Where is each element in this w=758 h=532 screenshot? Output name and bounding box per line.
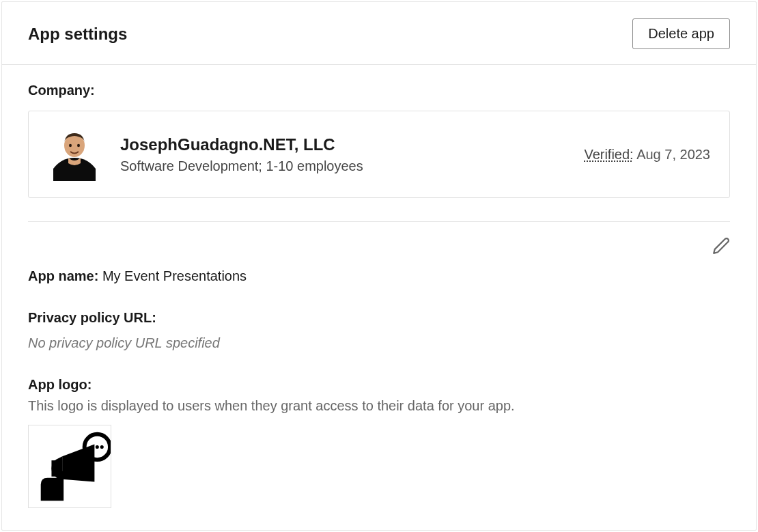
app-settings-panel: App settings Delete app Company: JosephG… (1, 1, 757, 531)
company-verified: Verified: Aug 7, 2023 (584, 147, 710, 163)
panel-header: App settings Delete app (2, 2, 756, 65)
company-info: JosephGuadagno.NET, LLC Software Develop… (120, 135, 565, 174)
app-logo-preview (28, 425, 111, 508)
app-logo-row: App logo: (28, 377, 730, 393)
app-name-label: App name: (28, 268, 98, 283)
privacy-policy-row: Privacy policy URL: (28, 310, 730, 326)
app-name-row: App name: My Event Presentations (28, 268, 730, 284)
verified-label: Verified: (584, 147, 633, 162)
app-name-value: My Event Presentations (102, 268, 247, 283)
privacy-policy-label: Privacy policy URL: (28, 310, 156, 325)
app-logo-helper: This logo is displayed to users when the… (28, 398, 730, 414)
svg-point-8 (91, 445, 94, 449)
svg-point-10 (100, 445, 104, 449)
company-card[interactable]: JosephGuadagno.NET, LLC Software Develop… (28, 111, 730, 198)
svg-point-3 (77, 144, 80, 147)
panel-content: Company: JosephGuadagno.NET, LLC Softwar… (2, 65, 756, 522)
company-description: Software Development; 1-10 employees (120, 158, 565, 174)
app-logo-label: App logo: (28, 377, 92, 392)
privacy-policy-empty: No privacy policy URL specified (28, 335, 730, 351)
page-title: App settings (28, 25, 127, 44)
edit-icon[interactable] (712, 237, 730, 255)
app-details: App name: My Event Presentations Privacy… (28, 222, 730, 508)
svg-point-9 (96, 445, 99, 449)
svg-point-2 (69, 144, 72, 147)
delete-app-button[interactable]: Delete app (632, 18, 730, 49)
company-name: JosephGuadagno.NET, LLC (120, 135, 565, 154)
company-label: Company: (28, 83, 730, 98)
company-avatar (48, 128, 101, 181)
verified-date: Aug 7, 2023 (636, 147, 710, 162)
